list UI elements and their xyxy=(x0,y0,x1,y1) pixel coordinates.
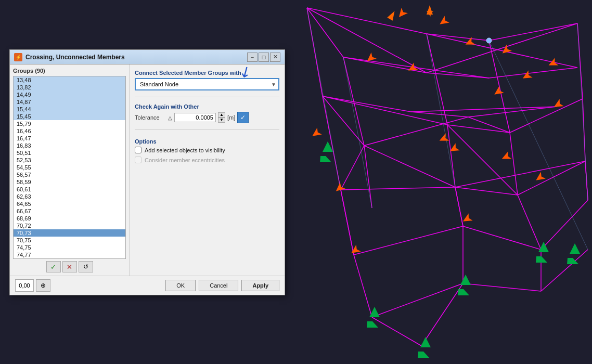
list-item[interactable]: 16,46 xyxy=(14,127,125,135)
tolerance-input[interactable] xyxy=(174,113,216,122)
apply-tolerance-button[interactable]: ✓ xyxy=(237,112,249,123)
apply-button[interactable]: Apply xyxy=(241,280,279,291)
list-item[interactable]: 54,55 xyxy=(14,164,125,171)
list-item[interactable]: 68,69 xyxy=(14,215,125,222)
list-actions: ✓ ✕ ↺ xyxy=(13,261,126,272)
check-again-section: Check Again with Other Tolerance △ ▲ ▼ [… xyxy=(135,103,279,123)
tolerance-spinner: ▲ ▼ xyxy=(218,112,225,123)
list-item[interactable]: 15,45 xyxy=(14,113,125,120)
list-item[interactable]: 74,77 xyxy=(14,251,125,258)
title-left: ⚡ Crossing, Unconnected Members xyxy=(14,53,125,61)
tolerance-row: Tolerance △ ▲ ▼ [m] ✓ xyxy=(135,112,279,123)
dialog-bottom: 0,00 ⊕ OK Cancel Apply xyxy=(10,276,285,295)
list-item[interactable]: 13,48 xyxy=(14,76,125,84)
list-item[interactable]: 14,87 xyxy=(14,98,125,106)
options-section: Options Add selected objects to visibili… xyxy=(135,138,279,166)
select-all-button[interactable]: ✓ xyxy=(46,261,61,272)
crossing-dialog: ⚡ Crossing, Unconnected Members − □ ✕ Gr… xyxy=(9,49,285,295)
list-item[interactable]: 70,75 xyxy=(14,237,125,244)
close-button[interactable]: ✕ xyxy=(270,53,280,62)
connection-type-dropdown[interactable]: Standard Node Rigid Pinned xyxy=(135,78,279,90)
dialog-titlebar: ⚡ Crossing, Unconnected Members − □ ✕ xyxy=(10,50,285,64)
list-item[interactable]: 14,49 xyxy=(14,91,125,98)
options-label: Options xyxy=(135,138,279,145)
consider-eccentricities-row: Consider member eccentricities xyxy=(135,157,279,163)
list-item[interactable]: 16,83 xyxy=(14,142,125,149)
tolerance-increment-button[interactable]: ▲ xyxy=(218,112,225,118)
list-item[interactable]: 52,53 xyxy=(14,157,125,164)
consider-eccentricities-label: Consider member eccentricities xyxy=(145,157,225,163)
list-item[interactable]: 15,44 xyxy=(14,106,125,113)
list-item[interactable]: 66,67 xyxy=(14,207,125,215)
divider-2 xyxy=(135,129,279,130)
dialog-title: Crossing, Unconnected Members xyxy=(25,54,125,61)
left-panel: Groups (90) 13,4813,8214,4914,8715,4415,… xyxy=(10,64,130,276)
list-item[interactable]: 58,59 xyxy=(14,178,125,186)
groups-label: Groups (90) xyxy=(13,68,126,74)
list-item[interactable]: 56,57 xyxy=(14,171,125,178)
ok-button[interactable]: OK xyxy=(165,280,196,291)
add-visibility-row: Add selected objects to visibility xyxy=(135,147,279,153)
tolerance-label: Tolerance xyxy=(135,114,166,121)
svg-point-95 xyxy=(486,38,492,43)
dialog-icon: ⚡ xyxy=(14,53,22,61)
tolerance-decrement-button[interactable]: ▼ xyxy=(218,118,225,123)
consider-eccentricities-checkbox[interactable] xyxy=(135,157,141,163)
list-item[interactable]: 64,65 xyxy=(14,200,125,207)
restore-button[interactable]: □ xyxy=(259,53,269,62)
refresh-list-button[interactable]: ↺ xyxy=(79,261,93,272)
bottom-right: OK Cancel Apply xyxy=(165,280,279,291)
groups-list[interactable]: 13,4813,8214,4914,8715,4415,4515,7916,46… xyxy=(13,76,126,259)
tolerance-symbol: △ xyxy=(168,115,172,121)
snap-button[interactable]: ⊕ xyxy=(36,279,50,292)
check-again-label: Check Again with Other xyxy=(135,103,279,110)
deselect-button[interactable]: ✕ xyxy=(62,261,77,272)
list-item[interactable]: 15,79 xyxy=(14,120,125,127)
add-visibility-checkbox[interactable] xyxy=(135,147,141,153)
list-item[interactable]: 70,72 xyxy=(14,222,125,229)
list-item[interactable]: 50,51 xyxy=(14,149,125,157)
add-visibility-label[interactable]: Add selected objects to visibility xyxy=(145,147,225,153)
minimize-button[interactable]: − xyxy=(247,53,258,62)
dropdown-container: Standard Node Rigid Pinned ▼ xyxy=(135,78,279,90)
window-controls: − □ ✕ xyxy=(247,53,280,62)
dialog-body: Groups (90) 13,4813,8214,4914,8715,4415,… xyxy=(10,64,285,276)
list-item[interactable]: 62,63 xyxy=(14,193,125,200)
connect-label: Connect Selected Member Groups with xyxy=(135,70,279,76)
list-item[interactable]: 70,73 xyxy=(14,229,125,237)
coordinate-display: 0,00 xyxy=(15,279,34,292)
bottom-left: 0,00 ⊕ xyxy=(15,279,50,292)
right-panel: Connect Selected Member Groups with Stan… xyxy=(130,64,285,276)
connect-section: Connect Selected Member Groups with Stan… xyxy=(135,70,279,90)
list-item[interactable]: 16,47 xyxy=(14,135,125,142)
list-item[interactable]: 13,82 xyxy=(14,84,125,91)
cancel-button[interactable]: Cancel xyxy=(199,280,238,291)
tolerance-unit: [m] xyxy=(227,114,235,121)
list-item[interactable]: 74,75 xyxy=(14,244,125,251)
list-item[interactable]: 60,61 xyxy=(14,186,125,193)
divider-1 xyxy=(135,97,279,97)
